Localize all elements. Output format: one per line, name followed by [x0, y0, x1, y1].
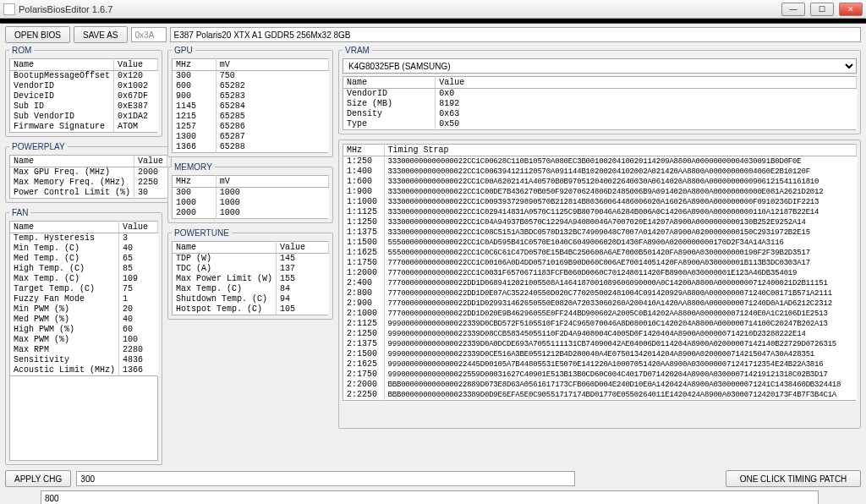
table-row[interactable]: DeviceID0x67DF	[10, 91, 158, 101]
powerplay-legend: POWERPLAY	[9, 142, 68, 151]
col-value: Value	[277, 242, 329, 254]
table-row[interactable]: Hotspot Temp. (C)105	[173, 304, 329, 315]
open-bios-button[interactable]: OPEN BIOS	[5, 26, 70, 43]
table-row[interactable]: Sub ID0xE387	[10, 101, 158, 112]
table-row[interactable]: 1:1375333000000000000022CC1C08C5151A3BDC…	[343, 227, 857, 238]
table-row[interactable]: Firmware SignatureATOM	[10, 122, 158, 133]
table-row[interactable]: Temp. Hysteresis3	[10, 233, 158, 244]
table-row[interactable]: Max RPM2280	[10, 345, 158, 355]
col-mv: mV	[216, 176, 328, 188]
table-row[interactable]: 114565284	[173, 101, 329, 112]
table-row[interactable]: Max Power Limit (W)155	[173, 274, 329, 284]
minimize-button[interactable]: —	[781, 3, 805, 16]
vram-info-table[interactable]: Name Value VendorID0x0Size (MB)8192Densi…	[343, 76, 857, 130]
offset-field[interactable]: 0x3A	[131, 27, 167, 42]
table-row[interactable]: 2:1000777000000000000022DD1D020E9B462960…	[343, 309, 857, 319]
timing-table[interactable]: MHz Timing Strap 1:250333000000000000022…	[343, 144, 857, 401]
table-row[interactable]: VendorID0x0	[343, 89, 857, 100]
table-row[interactable]: Acoustic Limit (MHz)1366	[10, 365, 158, 376]
table-row[interactable]: 90065283	[173, 91, 329, 101]
table-row[interactable]: 130065287	[173, 132, 329, 142]
table-row[interactable]: Max GPU Freq. (MHz)2000	[10, 167, 167, 178]
table-row[interactable]: 1:400333000000000000022CC1C0063941211205…	[343, 167, 857, 177]
memory-group: MEMORY MHz mV 30010001000100020001000	[167, 162, 333, 223]
table-row[interactable]: Med PWM (%)40	[10, 315, 158, 325]
table-row[interactable]: 10001000	[173, 198, 329, 208]
table-row[interactable]: Shutdown Temp. (C)94	[173, 294, 329, 304]
table-row[interactable]: Max Temp. (C)84	[173, 284, 329, 294]
table-row[interactable]: Density0x63	[343, 109, 857, 119]
table-row[interactable]: 2:1125999000000000000022339D0CBD572F5105…	[343, 319, 857, 329]
table-row[interactable]: Max PWM (%)100	[10, 335, 158, 345]
table-row[interactable]: 121565285	[173, 112, 329, 122]
app-icon	[3, 3, 15, 15]
table-row[interactable]: 1:2000777000000000000022CC1C0031F6570671…	[343, 268, 857, 278]
table-row[interactable]: Sensitivity4836	[10, 355, 158, 365]
fan-table[interactable]: Name Value Temp. Hysteresis3Min Temp. (C…	[9, 221, 158, 376]
table-row[interactable]: TDP (W)145	[173, 254, 329, 265]
table-row[interactable]: Sub VendorID0x1DA2	[10, 112, 158, 122]
table-row[interactable]: 2:2000BBB000000000000022889D073E8D63A056…	[343, 380, 857, 390]
table-row[interactable]: BootupMessageOffset0x120	[10, 71, 158, 82]
powertune-group: POWERTUNE Name Value TDP (W)145TDC (A)13…	[167, 228, 333, 320]
close-button[interactable]: ✕	[839, 3, 863, 16]
table-row[interactable]: 1:1250333000000000000022CC1C04A94937B057…	[343, 217, 857, 227]
table-row[interactable]: 1:1750777000000000000022CC1C00106A0D4DD0…	[343, 258, 857, 268]
table-row[interactable]: TDC (A)137	[173, 264, 329, 274]
memory-table[interactable]: MHz mV 30010001000100020001000	[172, 175, 329, 219]
apply-value-field[interactable]: 300	[76, 471, 575, 486]
table-row[interactable]: 1:600333000000000000022CC1C00A6202141A40…	[343, 177, 857, 187]
table-row[interactable]: 1:1625555000000000000022CC1C0C6C61C47D05…	[343, 248, 857, 258]
table-row[interactable]: 2:1250999000000000000022339D08CCB5834505…	[343, 329, 857, 339]
table-row[interactable]: Fuzzy Fan Mode1	[10, 294, 158, 304]
table-row[interactable]: 2:900777000000000000022DD1D0299314626505…	[343, 299, 857, 309]
table-row[interactable]: 1:1500555000000000000022CC1C0AD595B41C05…	[343, 238, 857, 248]
table-row[interactable]: Target Temp. (C)75	[10, 284, 158, 294]
table-row[interactable]: 2:800777000000000000022DD1D0E07AC3522405…	[343, 288, 857, 299]
table-row[interactable]: 3001000	[173, 188, 329, 199]
gpu-table[interactable]: MHz mV 300750600652829006528311456528412…	[172, 58, 329, 153]
vram-group: VRAM K4G80325FB (SAMSUNG) Name Value Ven…	[338, 46, 861, 134]
powertune-legend: POWERTUNE	[172, 228, 232, 238]
table-row[interactable]: 125765286	[173, 122, 329, 132]
table-row[interactable]: 2:2250BBB000000000000023389D0D9E6EFA5E0C…	[343, 390, 857, 401]
powerplay-table[interactable]: Name Value Max GPU Freq. (MHz)2000Max Me…	[9, 155, 167, 199]
table-row[interactable]: Size (MB)8192	[343, 99, 857, 109]
table-row[interactable]: Min PWM (%)20	[10, 304, 158, 315]
table-row[interactable]: 136665288	[173, 142, 329, 153]
col-name: Name	[10, 222, 119, 233]
col-name: Name	[343, 77, 436, 89]
col-value: Value	[436, 77, 857, 89]
table-row[interactable]: High PWM (%)60	[10, 325, 158, 335]
apply-change-button[interactable]: APPLY CHG	[5, 470, 71, 487]
table-row[interactable]: 2:1750999000000000000022559D00031627C409…	[343, 370, 857, 380]
table-row[interactable]: Med Temp. (C)65	[10, 254, 158, 264]
table-row[interactable]: 1:250333000000000000022CC1C00628C110B105…	[343, 156, 857, 167]
maximize-button[interactable]: ☐	[810, 3, 834, 16]
table-row[interactable]: 1:900333000000000000022CC1C00DE7B436270B…	[343, 187, 857, 197]
table-row[interactable]: Max Temp. (C)109	[10, 274, 158, 284]
status-field[interactable]: 800	[41, 490, 819, 504]
table-row[interactable]: Min Temp. (C)40	[10, 244, 158, 254]
table-row[interactable]: 2:400777000000000000022DD1D0689412021005…	[343, 278, 857, 288]
table-row[interactable]: 300750	[173, 71, 329, 82]
one-click-timing-patch-button[interactable]: ONE CLICK TIMING PATCH	[726, 470, 861, 487]
table-row[interactable]: High Temp. (C)85	[10, 264, 158, 274]
table-row[interactable]: Type0x50	[343, 119, 857, 130]
bios-description-field[interactable]: E387 Polaris20 XTX A1 GDDR5 256Mx32 8GB	[170, 27, 861, 42]
rom-table[interactable]: Name Value BootupMessageOffset0x120Vendo…	[9, 58, 158, 133]
table-row[interactable]: 60065282	[173, 81, 329, 91]
table-row[interactable]: 2:1375999000000000000022339D0A0DCDE693A7…	[343, 339, 857, 349]
table-row[interactable]: 1:1125333000000000000022CC1C029414831A05…	[343, 207, 857, 217]
powertune-table[interactable]: Name Value TDP (W)145TDC (A)137Max Power…	[172, 241, 329, 315]
vram-chip-select[interactable]: K4G80325FB (SAMSUNG)	[343, 58, 857, 74]
table-row[interactable]: VendorID0x1002	[10, 81, 158, 91]
table-row[interactable]: 20001000	[173, 208, 329, 219]
fan-group: FAN Name Value Temp. Hysteresis3Min Temp…	[5, 208, 162, 465]
table-row[interactable]: Max Memory Freq. (MHz)2250	[10, 178, 167, 188]
table-row[interactable]: 1:1000333000000000000022CC1C009393729890…	[343, 197, 857, 207]
save-as-button[interactable]: SAVE AS	[74, 26, 128, 43]
table-row[interactable]: 2:1625999000000000000022445D00105A7B4480…	[343, 359, 857, 370]
table-row[interactable]: 2:1500999000000000000022339D0CE516A3BE05…	[343, 349, 857, 359]
table-row[interactable]: Power Control Limit (%)30	[10, 188, 167, 199]
